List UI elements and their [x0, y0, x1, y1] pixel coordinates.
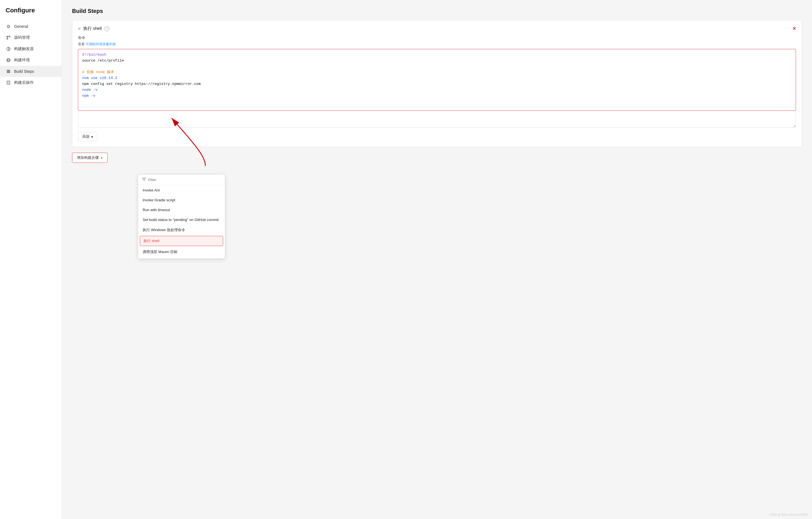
sidebar-title: Configure: [0, 7, 62, 21]
code-line-8: npm -v: [82, 93, 792, 99]
page-title: Build Steps: [72, 8, 802, 14]
watermark: CSDN @ 雪花,以归出出的绝绝: [769, 513, 808, 517]
dropdown-item-maven[interactable]: 调用顶层 Maven 目标: [138, 247, 225, 257]
sidebar-item-build-steps[interactable]: Build Steps: [0, 66, 62, 77]
gear-icon: ⚙: [6, 24, 11, 29]
svg-point-1: [7, 38, 8, 39]
sidebar-item-post-build[interactable]: 构建后操作: [0, 77, 62, 88]
trigger-icon: [6, 46, 11, 52]
env-variables-link[interactable]: 可用的环境变量列表: [86, 42, 116, 46]
dropdown-item-invoke-ant[interactable]: Invoke Ant: [138, 185, 225, 195]
close-card-button[interactable]: ✕: [792, 26, 796, 31]
svg-point-2: [9, 36, 10, 37]
code-line-2: source /etc/profile: [82, 58, 792, 64]
dropdown-filter-input[interactable]: [148, 178, 221, 182]
build-step-dropdown: Invoke Ant Invoke Gradle script Run with…: [138, 174, 225, 258]
code-line-1: #!/bin/bash: [82, 52, 792, 58]
globe-icon: [6, 57, 11, 63]
card-title: 执行 shell: [83, 26, 102, 31]
code-line-3: [82, 64, 792, 70]
svg-rect-9: [7, 81, 10, 84]
filter-icon: [142, 177, 146, 182]
code-line-4: # 切换 node 版本: [82, 69, 792, 75]
dropdown-item-invoke-gradle[interactable]: Invoke Gradle script: [138, 195, 225, 205]
code-editor[interactable]: #!/bin/bash source /etc/profile # 切换 nod…: [78, 49, 796, 111]
steps-icon: [6, 69, 11, 74]
code-line-6: npm config set registry https://registry…: [82, 81, 792, 87]
svg-rect-7: [7, 71, 10, 72]
advanced-button[interactable]: 高级 ▾: [78, 132, 97, 141]
svg-rect-8: [7, 72, 10, 73]
dropdown-item-run-timeout[interactable]: Run with timeout: [138, 205, 225, 215]
add-build-step-button[interactable]: 增加构建步骤 ∧: [72, 153, 108, 163]
dropdown-item-windows-batch[interactable]: 执行 Windows 批处理命令: [138, 225, 225, 235]
main-content: Build Steps ≡ 执行 shell ? ✕ 命令 查看 可用的环境变量…: [62, 0, 812, 519]
branch-icon: [6, 35, 11, 40]
build-step-card: ≡ 执行 shell ? ✕ 命令 查看 可用的环境变量列表 #!/bin/ba…: [72, 20, 802, 147]
card-header: ≡ 执行 shell ? ✕: [78, 26, 796, 31]
help-icon[interactable]: ?: [105, 26, 110, 31]
extra-code-area[interactable]: [78, 111, 796, 128]
svg-rect-6: [7, 70, 10, 70]
post-build-icon: [6, 80, 11, 86]
sidebar-item-source[interactable]: 源码管理: [0, 32, 62, 43]
drag-handle-icon[interactable]: ≡: [78, 26, 81, 31]
sidebar-item-env[interactable]: 构建环境: [0, 55, 62, 66]
filter-row: [138, 175, 225, 185]
env-link-row: 查看 可用的环境变量列表: [78, 42, 796, 47]
field-label-command: 命令: [78, 35, 796, 40]
sidebar-item-triggers[interactable]: 构建触发器: [0, 43, 62, 55]
code-line-7: node -v: [82, 87, 792, 93]
sidebar: Configure ⚙ General 源码管理 构建触发器 构建环境 Buil…: [0, 0, 62, 519]
code-line-5: nvm use v16.14.2: [82, 75, 792, 81]
sidebar-item-general[interactable]: ⚙ General: [0, 21, 62, 32]
dropdown-item-execute-shell[interactable]: 执行 shell: [140, 236, 223, 246]
dropdown-item-set-status[interactable]: Set build status to "pending" on GitHub …: [138, 215, 225, 225]
